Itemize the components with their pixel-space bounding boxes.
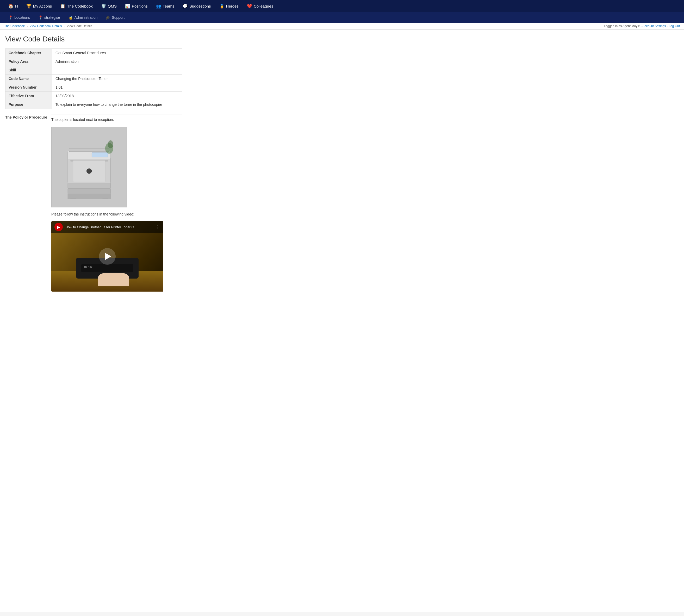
detail-row: Code NameChanging the Photocopier Toner xyxy=(5,74,182,83)
nav-heroes-label: Heroes xyxy=(226,4,238,8)
detail-row: Codebook ChapterGet Smart General Proced… xyxy=(5,49,182,57)
detail-value: Administration xyxy=(52,57,182,66)
nav-home-label: H xyxy=(15,4,18,8)
nav-locations-label: Locations xyxy=(14,15,30,20)
breadcrumb: The Codebook → View Codebook Details → V… xyxy=(4,24,92,28)
detail-row: Version Number1.01 xyxy=(5,83,182,92)
nav-teams-label: Teams xyxy=(163,4,174,8)
detail-value: Get Smart General Procedures xyxy=(52,49,182,57)
copier-image xyxy=(51,127,127,207)
breadcrumb-codebook-link[interactable]: The Codebook xyxy=(4,24,25,28)
breadcrumb-current: View Code Details xyxy=(67,24,92,28)
nav-administration[interactable]: 🔒 Administration xyxy=(64,12,102,23)
nav-strategise-label: strategise xyxy=(44,15,60,20)
nav-colleagues[interactable]: ❤️ Colleagues xyxy=(243,0,277,12)
nav-teams[interactable]: 👥 Teams xyxy=(152,0,178,12)
breadcrumb-sep1: → xyxy=(25,24,29,28)
detail-row: Policy AreaAdministration xyxy=(5,57,182,66)
nav-heroes[interactable]: 🏅 Heroes xyxy=(215,0,243,12)
svg-point-13 xyxy=(108,140,113,148)
nav-qms-label: QMS xyxy=(108,4,117,8)
detail-label: Purpose xyxy=(5,100,52,109)
detail-row: Skill xyxy=(5,66,182,74)
sub-nav: 📍 Locations 📍 strategise 🔒 Administratio… xyxy=(0,12,684,23)
account-info: Logged in as Agent Moyle - Account Setti… xyxy=(604,24,680,28)
video-container[interactable]: ▶ How to Change Brother Laser Printer To… xyxy=(51,221,163,291)
administration-icon: 🔒 xyxy=(69,15,73,20)
detail-label: Version Number xyxy=(5,83,52,92)
heroes-icon: 🏅 xyxy=(219,4,225,8)
top-nav: 🏠 H 🏆 My Actions 📋 The Codebook 🛡️ QMS 📊… xyxy=(0,0,684,12)
nav-suggestions[interactable]: 💬 Suggestions xyxy=(178,0,215,12)
policy-intro: The copier is located next to reception. xyxy=(51,117,182,123)
colleagues-icon: ❤️ xyxy=(247,4,252,8)
detail-value xyxy=(52,66,182,74)
nav-codebook[interactable]: 📋 The Codebook xyxy=(56,0,97,12)
svg-rect-8 xyxy=(68,189,110,194)
breadcrumb-codebook-details-link[interactable]: View Codebook Details xyxy=(29,24,62,28)
svg-point-6 xyxy=(87,168,92,174)
nav-home[interactable]: 🏠 H xyxy=(4,0,22,12)
locations-icon: 📍 xyxy=(8,15,13,20)
positions-icon: 📊 xyxy=(125,4,130,8)
svg-rect-3 xyxy=(69,148,109,151)
trophy-icon: 🏆 xyxy=(26,4,31,8)
account-settings-link[interactable]: Account Settings xyxy=(643,24,666,28)
detail-label: Codebook Chapter xyxy=(5,49,52,57)
nav-my-actions[interactable]: 🏆 My Actions xyxy=(22,0,56,12)
detail-row: PurposeTo explain to everyone how to cha… xyxy=(5,100,182,109)
nav-administration-label: Administration xyxy=(74,15,98,20)
svg-rect-11 xyxy=(102,199,108,199)
logged-in-text: Logged in as Agent Moyle - xyxy=(604,24,642,28)
detail-label: Effective From xyxy=(5,92,52,100)
detail-value: 13/03/2018 xyxy=(52,92,182,100)
copier-svg xyxy=(59,135,119,199)
svg-rect-10 xyxy=(70,199,76,199)
section-label: The Policy or Procedure xyxy=(5,114,47,119)
home-icon: 🏠 xyxy=(8,4,14,8)
nav-suggestions-label: Suggestions xyxy=(189,4,211,8)
detail-value: 1.01 xyxy=(52,83,182,92)
nav-positions[interactable]: 📊 Positions xyxy=(121,0,152,12)
detail-row: Effective From13/03/2018 xyxy=(5,92,182,100)
logout-link[interactable]: Log Out xyxy=(669,24,680,28)
detail-label: Code Name xyxy=(5,74,52,83)
video-intro: Please follow the instructions in the fo… xyxy=(51,212,182,217)
main-content: View Code Details Codebook ChapterGet Sm… xyxy=(0,30,684,612)
nav-codebook-label: The Codebook xyxy=(67,4,92,8)
nav-qms[interactable]: 🛡️ QMS xyxy=(97,0,121,12)
nav-colleagues-label: Colleagues xyxy=(254,4,273,8)
nav-strategise[interactable]: 📍 strategise xyxy=(34,12,64,23)
detail-label: Skill xyxy=(5,66,52,74)
qms-icon: 🛡️ xyxy=(101,4,106,8)
play-button[interactable] xyxy=(99,248,116,265)
nav-positions-label: Positions xyxy=(132,4,148,8)
svg-rect-7 xyxy=(68,183,110,189)
nav-support-label: Support xyxy=(112,15,124,20)
nav-support[interactable]: 🎓 Support xyxy=(101,12,129,23)
nav-my-actions-label: My Actions xyxy=(33,4,52,8)
codebook-icon: 📋 xyxy=(60,4,65,8)
page-title: View Code Details xyxy=(5,35,679,43)
policy-section: The Policy or Procedure The copier is lo… xyxy=(5,114,182,291)
support-icon: 🎓 xyxy=(106,15,110,20)
breadcrumb-bar: The Codebook → View Codebook Details → V… xyxy=(0,23,684,30)
detail-label: Policy Area xyxy=(5,57,52,66)
svg-rect-9 xyxy=(68,194,110,199)
breadcrumb-sep2: → xyxy=(63,24,67,28)
strategise-icon: 📍 xyxy=(38,15,43,20)
svg-rect-2 xyxy=(92,152,108,157)
suggestions-icon: 💬 xyxy=(183,4,188,8)
detail-value: Changing the Photocopier Toner xyxy=(52,74,182,83)
teams-icon: 👥 xyxy=(156,4,161,8)
section-content: The copier is located next to reception. xyxy=(51,114,182,291)
detail-table: Codebook ChapterGet Smart General Proced… xyxy=(5,48,182,109)
nav-locations[interactable]: 📍 Locations xyxy=(4,12,34,23)
detail-value: To explain to everyone how to change the… xyxy=(52,100,182,109)
